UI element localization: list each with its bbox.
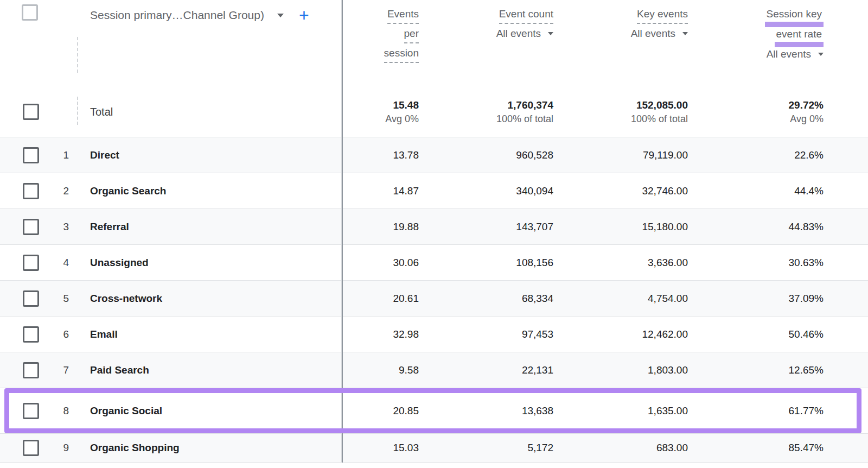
cell-session-key-event-rate: 50.46% [688, 328, 824, 340]
cell-key-events: 32,746.00 [553, 185, 688, 197]
total-key-events: 152,085.00 100% of total [553, 98, 688, 125]
cell-events-per-session: 32.98 [343, 328, 419, 340]
row-index: 4 [40, 257, 69, 269]
cell-session-key-event-rate: 85.47% [688, 442, 824, 454]
key-events-filter-dropdown[interactable]: All events [631, 27, 688, 40]
cell-event-count: 97,453 [419, 328, 553, 340]
metric-name: Events [387, 8, 419, 24]
row-checkbox[interactable] [23, 440, 39, 456]
column-resize-guide [77, 37, 78, 73]
filter-label: All events [767, 48, 811, 61]
cell-event-count: 143,707 [419, 221, 553, 233]
column-header-event-count[interactable]: Event count All events [419, 8, 553, 66]
analytics-table: Session primary…Channel Group) + Events … [0, 0, 868, 468]
event-count-filter-dropdown[interactable]: All events [496, 27, 553, 40]
channel-label: Cross-network [90, 293, 343, 305]
row-index: 2 [40, 185, 69, 197]
filter-label: All events [631, 27, 675, 40]
row-index: 1 [40, 149, 69, 161]
cell-session-key-event-rate: 37.09% [688, 293, 824, 305]
row-checkbox[interactable] [23, 255, 39, 271]
table-row-direct: 1 Direct 13.78 960,528 79,119.00 22.6% [0, 137, 868, 173]
metric-name: session [384, 47, 419, 63]
cell-events-per-session: 20.85 [343, 405, 419, 417]
cell-key-events: 1,803.00 [553, 364, 688, 376]
dropdown-caret-icon [682, 32, 688, 35]
row-checkbox[interactable] [23, 362, 39, 378]
cell-event-count: 22,131 [419, 364, 553, 376]
cell-events-per-session: 14.87 [343, 185, 419, 197]
total-event-count: 1,760,374 100% of total [419, 98, 553, 125]
table-header: Session primary…Channel Group) + Events … [0, 0, 868, 87]
metric-headers: Events per session Event count All event… [343, 8, 868, 66]
row-checkbox[interactable] [23, 183, 39, 199]
cell-events-per-session: 9.58 [343, 364, 419, 376]
row-index: 8 [40, 405, 69, 417]
row-checkbox[interactable] [23, 403, 39, 419]
cell-key-events: 683.00 [553, 442, 688, 454]
cell-events-per-session: 20.61 [343, 293, 419, 305]
session-key-event-rate-filter-dropdown[interactable]: All events [767, 48, 824, 61]
frozen-column-divider [342, 0, 343, 463]
add-column-icon[interactable]: + [299, 8, 309, 22]
cell-session-key-event-rate: 12.65% [688, 364, 824, 376]
cell-event-count: 5,172 [419, 442, 553, 454]
row-checkbox[interactable] [23, 290, 39, 307]
cell-event-count: 13,638 [419, 405, 553, 417]
cell-key-events: 4,754.00 [553, 293, 688, 305]
channel-label: Unassigned [90, 257, 343, 269]
column-header-events-per-session[interactable]: Events per session [343, 8, 419, 66]
cell-events-per-session: 19.88 [343, 221, 419, 233]
row-index: 9 [40, 442, 69, 454]
channel-label: Email [90, 328, 343, 340]
cell-event-count: 68,334 [419, 293, 553, 305]
table-row-organic-shopping: 9 Organic Shopping 15.03 5,172 683.00 85… [0, 433, 868, 463]
dropdown-caret-icon [277, 14, 284, 17]
row-index: 6 [40, 328, 69, 340]
table-row-unassigned: 4 Unassigned 30.06 108,156 3,636.00 30.6… [0, 244, 868, 280]
metric-name-highlighted: event rate [775, 28, 824, 47]
dropdown-caret-icon [548, 32, 553, 35]
column-resize-guide [77, 97, 78, 125]
row-index: 7 [40, 364, 69, 376]
channel-label: Direct [90, 149, 343, 161]
row-checkbox[interactable] [23, 326, 39, 343]
table-row-paid-search: 7 Paid Search 9.58 22,131 1,803.00 12.65… [0, 352, 868, 388]
row-index: 5 [40, 293, 69, 305]
dimension-label: Session primary…Channel Group) [90, 9, 264, 22]
select-all-checkbox[interactable] [22, 4, 38, 21]
cell-events-per-session: 15.03 [343, 442, 419, 454]
cell-key-events: 79,119.00 [553, 149, 688, 161]
row-index: 3 [40, 221, 69, 233]
column-header-key-events[interactable]: Key events All events [553, 8, 688, 66]
metric-name-highlighted: Session key [765, 8, 824, 27]
dimension-header-dropdown[interactable]: Session primary…Channel Group) + [90, 8, 309, 22]
table-row-referral: 3 Referral 19.88 143,707 15,180.00 44.83… [0, 208, 868, 244]
cell-event-count: 340,094 [419, 185, 553, 197]
cell-event-count: 960,528 [419, 149, 553, 161]
total-row-checkbox[interactable] [23, 104, 39, 120]
row-checkbox[interactable] [23, 147, 39, 163]
filter-label: All events [496, 27, 541, 40]
channel-label: Paid Search [90, 364, 343, 376]
total-events-per-session: 15.48 Avg 0% [343, 98, 419, 125]
cell-events-per-session: 13.78 [343, 149, 419, 161]
cell-event-count: 108,156 [419, 257, 553, 269]
cell-session-key-event-rate: 44.83% [688, 221, 824, 233]
cell-key-events: 12,462.00 [553, 328, 688, 340]
cell-session-key-event-rate: 22.6% [688, 149, 824, 161]
column-header-session-key-event-rate[interactable]: Session key event rate All events [688, 8, 824, 66]
table-row-email: 6 Email 32.98 97,453 12,462.00 50.46% [0, 316, 868, 352]
channel-label: Organic Social [90, 405, 343, 417]
cell-events-per-session: 30.06 [343, 257, 419, 269]
row-checkbox[interactable] [23, 219, 39, 235]
cell-key-events: 3,636.00 [553, 257, 688, 269]
cell-key-events: 1,635.00 [553, 405, 688, 417]
cell-session-key-event-rate: 61.77% [688, 405, 824, 417]
channel-label: Organic Shopping [90, 442, 343, 454]
cell-session-key-event-rate: 44.4% [688, 185, 824, 197]
table-row-organic-social-highlighted: 8 Organic Social 20.85 13,638 1,635.00 6… [0, 388, 868, 433]
metric-name: Event count [499, 8, 553, 24]
channel-label: Organic Search [90, 185, 343, 197]
table-row-cross-network: 5 Cross-network 20.61 68,334 4,754.00 37… [0, 280, 868, 316]
